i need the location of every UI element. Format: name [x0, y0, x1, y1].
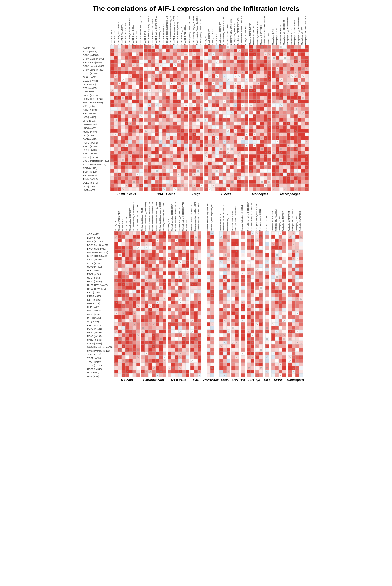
heatmap-cell	[227, 235, 230, 239]
heatmap-cell	[282, 260, 286, 264]
heatmap-cell	[259, 282, 263, 286]
heatmap-cell	[295, 348, 299, 352]
heatmap-cell	[186, 341, 189, 344]
heatmap-cell	[159, 250, 163, 253]
heatmap-cell	[136, 122, 139, 125]
heatmap-cell	[253, 63, 256, 67]
heatmap-cell	[144, 176, 148, 180]
heatmap-cell	[125, 304, 129, 308]
heatmap-cell	[275, 319, 279, 322]
heatmap-cell	[182, 341, 186, 344]
heatmap-cell	[237, 144, 241, 147]
heatmap-cell	[129, 260, 133, 264]
heatmap-cell	[265, 275, 269, 279]
heatmap-cell	[294, 45, 298, 49]
heatmap-cell	[166, 122, 170, 125]
heatmap-cell	[170, 173, 173, 176]
col-header: T cell CD4+ Th2_XCELL	[184, 16, 188, 45]
heatmap-cell	[292, 319, 295, 322]
heatmap-cell	[223, 239, 227, 242]
heatmap-cell	[210, 239, 214, 242]
heatmap-cell	[223, 363, 227, 366]
heatmap-cell	[125, 122, 128, 125]
heatmap-cell	[125, 154, 128, 158]
heatmap-cell	[192, 165, 196, 169]
heatmap-cell	[159, 82, 162, 85]
heatmap-cell	[215, 169, 219, 173]
heatmap-cell	[271, 333, 275, 337]
heatmap-cell	[227, 366, 230, 370]
heatmap-cell	[247, 373, 251, 377]
heatmap-cell	[247, 260, 251, 264]
heatmap-cell	[173, 133, 177, 136]
heatmap-cell	[267, 154, 271, 158]
heatmap-cell	[212, 107, 215, 111]
heatmap-cell	[128, 74, 132, 78]
heatmap-cell	[276, 187, 279, 191]
heatmap-cell	[298, 184, 301, 187]
heatmap-cell	[163, 370, 166, 373]
heatmap-cell	[212, 67, 215, 71]
heatmap-cell	[175, 301, 178, 304]
heatmap-cell	[110, 85, 114, 89]
heatmap-cell	[118, 250, 122, 253]
heatmap-cell	[249, 52, 253, 56]
heatmap-cell	[136, 235, 140, 239]
heatmap-cell	[170, 103, 173, 107]
heatmap-cell	[133, 337, 136, 341]
heatmap-cell	[189, 147, 192, 151]
group-nk-grid	[114, 231, 140, 377]
heatmap-cell	[227, 330, 230, 333]
heatmap-cell	[175, 282, 178, 286]
heatmap-cell	[122, 341, 125, 344]
heatmap-cell	[177, 71, 181, 74]
heatmap-cell	[162, 96, 166, 100]
heatmap-cell	[189, 63, 192, 67]
heatmap-cell	[301, 45, 305, 49]
heatmap-cell	[241, 136, 245, 140]
heatmap-cell	[298, 107, 301, 111]
col-header: Cancer associated fibroblast_TDE	[198, 202, 201, 231]
heatmap-cell	[128, 158, 132, 162]
heatmap-cell	[170, 100, 173, 103]
heatmap-cell	[231, 271, 235, 275]
heatmap-cell	[155, 85, 159, 89]
group-mast-grid	[168, 231, 189, 377]
heatmap-col	[163, 231, 166, 377]
heatmap-cell	[294, 67, 298, 71]
heatmap-cell	[125, 129, 128, 133]
heatmap-cell	[208, 187, 212, 191]
row-label: BRCA-Basal (n=191)	[87, 243, 114, 247]
heatmap-cell	[204, 133, 208, 136]
heatmap-cell	[241, 282, 245, 286]
heatmap-cell	[159, 71, 162, 74]
heatmap-col	[255, 231, 259, 377]
heatmap-cell	[230, 67, 234, 71]
heatmap-cell	[260, 154, 264, 158]
heatmap-cell	[125, 100, 128, 103]
heatmap-cell	[245, 187, 248, 191]
col-header: NK cell resting_CIBERSORT	[129, 202, 133, 231]
heatmap-col	[301, 45, 305, 191]
heatmap-cell	[148, 355, 152, 359]
heatmap-cell	[276, 52, 279, 56]
heatmap-cell	[136, 89, 139, 92]
heatmap-cell	[264, 184, 267, 187]
heatmap-cell	[177, 82, 181, 85]
heatmap-cell	[200, 89, 203, 92]
heatmap-cell	[230, 158, 234, 162]
heatmap-cell	[196, 60, 200, 63]
heatmap-cell	[151, 85, 155, 89]
heatmap-cell	[144, 187, 148, 191]
heatmap-cell	[255, 246, 259, 250]
heatmap-cell	[305, 74, 309, 78]
heatmap-cell	[121, 67, 125, 71]
heatmap-cell	[163, 363, 166, 366]
heatmap-cell	[141, 301, 145, 304]
heatmap-cell	[125, 355, 129, 359]
heatmap-cell	[212, 111, 215, 114]
heatmap-cell	[294, 144, 298, 147]
heatmap-cell	[295, 363, 299, 366]
heatmap-cell	[198, 275, 201, 279]
heatmap-cell	[184, 74, 188, 78]
